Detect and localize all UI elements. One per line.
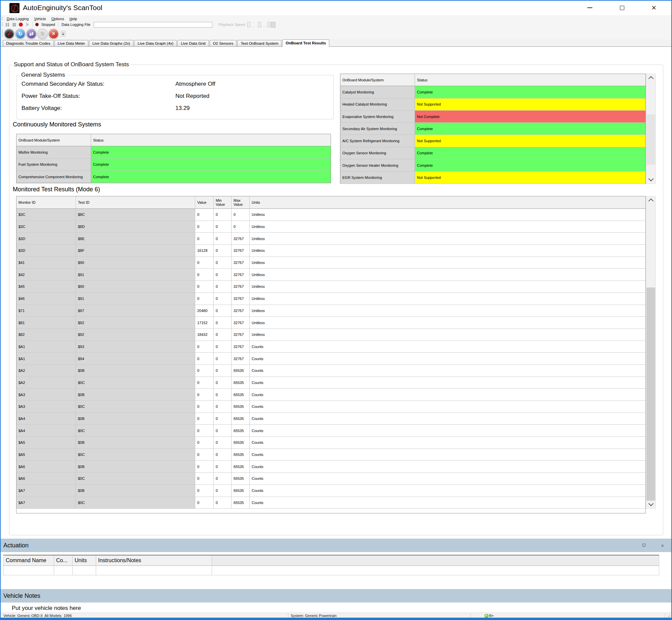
scrollbar-thumb[interactable]	[646, 114, 655, 165]
monitor-row[interactable]: Heated Catalyst Monitoring Not Supported	[340, 99, 645, 111]
column-header-status[interactable]: Status	[91, 134, 331, 146]
scroll-up-icon[interactable]	[646, 197, 656, 204]
menu-item[interactable]: Help	[67, 17, 80, 21]
mode6-row[interactable]: $71 $97 20480 0 32767 Unitless	[16, 305, 645, 317]
mode6-row[interactable]: $A4 $0B 0 0 65535 Counts	[16, 413, 645, 425]
tab[interactable]: Test OnBoard System	[237, 40, 282, 46]
monitor-row[interactable]: Fuel System Monitoring Complete	[16, 159, 331, 171]
vehicle-notes-input[interactable]: Put your vehicle notes here	[12, 605, 81, 612]
mode6-table: Monitor ID Test ID Value Min Value Max V…	[16, 196, 646, 513]
mode6-row[interactable]: $3D $8E 0 0 32767 Unitless	[16, 233, 645, 245]
mode6-row[interactable]: $45 $90 0 0 32767 Unitless	[16, 281, 645, 293]
mode6-row[interactable]: $A5 $0B 0 0 65535 Counts	[16, 437, 645, 449]
mode6-row[interactable]: $A3 $0B 0 0 65535 Counts	[16, 389, 645, 401]
mode6-row[interactable]: $A7 $0C 0 0 65535 Counts	[16, 497, 645, 509]
scrollbar-thumb[interactable]	[646, 287, 655, 501]
mode6-row[interactable]: $46 $91 0 0 32767 Unitless	[16, 293, 645, 305]
monitor-row[interactable]: Catalyst Monitoring Complete	[340, 86, 645, 98]
monitors-scrollbar[interactable]	[646, 74, 656, 184]
pause-button[interactable]	[4, 22, 11, 27]
mode6-row[interactable]: $A2 $0C 0 0 65535 Counts	[16, 377, 645, 389]
mode6-row[interactable]: $A6 $0B 0 0 65535 Counts	[16, 461, 645, 473]
slider-handle[interactable]	[247, 22, 250, 27]
table-body: Catalyst Monitoring Complete Heated Cata…	[340, 86, 645, 184]
tab[interactable]: Live Data Graph (4x)	[134, 40, 177, 46]
disconnect-button[interactable]: ×	[48, 29, 59, 39]
stop-button[interactable]	[11, 22, 17, 27]
toolbar-overflow-button[interactable]	[61, 31, 66, 37]
close-button[interactable]: ×	[646, 3, 662, 13]
column-header-min-value[interactable]: Min Value	[214, 196, 232, 209]
toolbar-grip[interactable]	[2, 17, 3, 21]
column-header-module[interactable]: OnBoard Module/System	[16, 134, 91, 146]
menu-item[interactable]: Options	[49, 17, 67, 21]
tab[interactable]: O2 Sensors	[210, 40, 237, 46]
monitor-row[interactable]: Oxygen Sensor Monitoring Complete	[340, 147, 645, 159]
column-header-co[interactable]: Co...	[54, 555, 73, 566]
mode6-row[interactable]: $A5 $0C 0 0 65535 Counts	[16, 449, 645, 461]
mode6-row[interactable]: $3D $8F 16128 0 32767 Unitless	[16, 245, 645, 257]
column-header-monitor-id[interactable]: Monitor ID	[16, 196, 76, 209]
tab[interactable]: Live Data Meter	[54, 40, 88, 46]
mode6-row[interactable]: $41 $90 0 0 32767 Unitless	[16, 257, 645, 269]
tab[interactable]: Diagnostic Trouble Codes	[3, 40, 54, 46]
column-header-test-id[interactable]: Test ID	[76, 196, 195, 209]
column-header-value[interactable]: Value	[195, 196, 214, 209]
mode6-row[interactable]: $81 $92 17152 0 32767 Unitless	[16, 317, 645, 329]
column-header-module[interactable]: OnBoard Module/System	[340, 74, 415, 86]
slider-end-button[interactable]	[271, 22, 276, 28]
monitor-row[interactable]: Comprehensive Component Monitoring Compl…	[16, 171, 331, 183]
monitor-row[interactable]: Evaporative System Monitoring Not Comple…	[340, 111, 645, 123]
column-header-units[interactable]: Units	[73, 555, 96, 566]
slider-handle[interactable]	[258, 22, 261, 27]
tab[interactable]: Live Data Graphs (2x)	[89, 40, 134, 46]
monitor-row[interactable]: Oxygen Sensor Heater Monitoring Complete	[340, 159, 645, 171]
column-header-instructions[interactable]: Instructions/Notes	[96, 555, 212, 566]
column-header-max-value[interactable]: Max Value	[232, 196, 250, 209]
toolbar-grip[interactable]	[2, 23, 3, 27]
mode6-row[interactable]: $42 $91 0 0 32767 Unitless	[16, 269, 645, 281]
menu-item[interactable]: Vehicle	[31, 17, 48, 21]
check-codes-button[interactable]: ✓	[4, 29, 14, 39]
mode6-row[interactable]: $3C $8C 0 0 0 Unitless	[16, 209, 645, 221]
mode6-row[interactable]: $3C $8D 0 0 0 Unitless	[16, 221, 645, 233]
minimize-button[interactable]	[582, 3, 597, 13]
mode6-row[interactable]: $A4 $0C 0 0 65535 Counts	[16, 425, 645, 437]
play-button[interactable]	[24, 22, 31, 27]
menu-item[interactable]: Data Logging	[4, 17, 31, 21]
column-header-command-name[interactable]: Command Name	[4, 555, 54, 566]
tab[interactable]: Live Data Grid	[177, 40, 209, 46]
actuation-empty-row[interactable]	[4, 566, 659, 575]
mode6-row[interactable]: $A1 $93 0 0 32767 Counts	[16, 341, 645, 353]
scroll-down-icon[interactable]	[646, 176, 656, 183]
mode6-section-title: Monitored Test Results (Mode 6)	[13, 186, 100, 193]
pin-icon[interactable]	[642, 543, 645, 547]
column-header-units[interactable]: Units	[250, 196, 645, 209]
monitor-row[interactable]: EGR System Monitoring Not Supported	[340, 171, 645, 184]
data-logging-file-input[interactable]	[94, 22, 212, 28]
panel-close-icon[interactable]: ×	[661, 543, 664, 548]
record-button[interactable]	[17, 22, 24, 27]
mode6-row[interactable]: $A2 $0B 0 0 65535 Counts	[16, 365, 645, 377]
monitor-row[interactable]: Secondary Air System Monitoring Complete	[340, 123, 645, 135]
playback-speed-slider[interactable]	[247, 22, 276, 28]
mode6-row[interactable]: $A3 $0C 0 0 65535 Counts	[16, 401, 645, 413]
scroll-up-icon[interactable]	[646, 75, 656, 81]
mode6-row[interactable]: $82 $92 18432 0 32767 Unitless	[16, 329, 645, 341]
refresh-button[interactable]: ↻	[15, 29, 26, 39]
continuous-monitors-table: OnBoard Module/System Status Misfire Mon…	[16, 134, 331, 183]
maximize-button[interactable]	[614, 3, 630, 13]
monitor-row[interactable]: A/C System Refrigerant Monitoring Not Su…	[340, 135, 645, 147]
mode6-scrollbar[interactable]	[646, 196, 656, 509]
scroll-down-icon[interactable]	[646, 501, 656, 508]
continuous-section-title: Continuously Monitored Systems	[13, 121, 101, 128]
slider-handle[interactable]	[267, 22, 270, 27]
tab[interactable]: OnBoard Test Results	[282, 39, 329, 47]
mode6-row[interactable]: $A1 $94 0 0 32767 Counts	[16, 353, 645, 365]
monitor-row[interactable]: Misfire Monitoring Complete	[16, 146, 331, 158]
mode6-row[interactable]: $A6 $0C 0 0 65535 Counts	[16, 473, 645, 485]
sync-button[interactable]: ⇄	[26, 29, 37, 39]
column-header-status[interactable]: Status	[415, 74, 645, 86]
mode6-row[interactable]: $A7 $0B 0 0 65535 Counts	[16, 485, 645, 497]
toolbar-grip[interactable]	[2, 30, 3, 38]
